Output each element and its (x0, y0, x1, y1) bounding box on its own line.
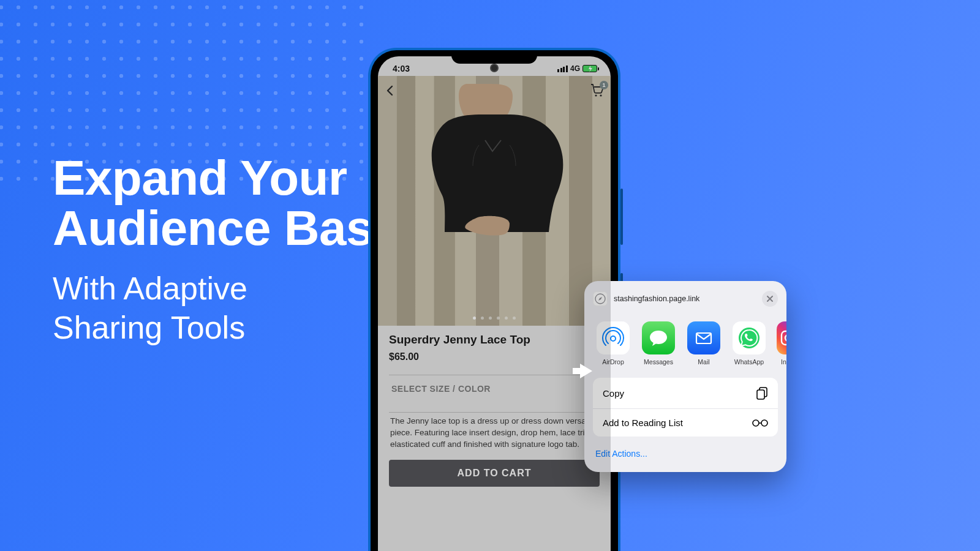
mail-icon (687, 321, 720, 354)
add-to-cart-button[interactable]: ADD TO CART (389, 460, 600, 487)
hero-title-line2: Audience Base (53, 201, 400, 255)
close-button[interactable] (762, 291, 778, 307)
network-label: 4G (570, 64, 580, 73)
hero-sub-line2: Sharing Tools (53, 310, 245, 345)
app-label: Messages (644, 358, 673, 365)
svg-point-10 (785, 335, 786, 341)
signal-icon (557, 66, 568, 72)
svg-point-14 (761, 420, 767, 426)
action-label: Add to Reading List (603, 418, 683, 428)
share-app-airdrop[interactable]: AirDrop (595, 321, 631, 365)
safari-icon (593, 291, 608, 306)
model-photo (405, 84, 583, 326)
app-label: Ins (781, 358, 786, 365)
app-label: Mail (698, 358, 709, 365)
image-pager[interactable] (473, 317, 516, 320)
share-app-whatsapp[interactable]: WhatsApp (731, 321, 767, 365)
share-url: stashingfashion.page.link (614, 294, 699, 303)
select-size-row[interactable]: SELECT SIZE / COLOR (389, 375, 600, 402)
copy-action[interactable]: Copy (593, 378, 778, 408)
action-label: Copy (603, 388, 624, 399)
phone-notch (451, 50, 537, 64)
product-image[interactable]: 1 (378, 76, 611, 326)
svg-point-13 (753, 420, 759, 426)
hero-sub-line1: With Adaptive (53, 271, 247, 306)
product-title: Superdry Jenny Lace Top (389, 333, 600, 347)
product-description: The Jenny lace top is a dress up or dres… (389, 413, 600, 457)
app-label: AirDrop (602, 358, 624, 365)
cart-button[interactable]: 1 (590, 83, 605, 99)
hero-title: Expand Your Audience Base (53, 153, 400, 254)
svg-point-1 (600, 94, 601, 96)
share-actions-list: Copy Add to Reading List (593, 378, 778, 437)
share-app-mail[interactable]: Mail (686, 321, 722, 365)
hero-copy: Expand Your Audience Base With Adaptive … (53, 153, 400, 348)
back-button[interactable] (384, 84, 396, 99)
airdrop-icon (597, 321, 630, 354)
instagram-icon (777, 321, 786, 354)
share-apps-row: AirDrop Messages Mail WhatsApp Ins (593, 321, 778, 365)
phone-camera (490, 64, 499, 72)
glasses-icon (752, 419, 768, 427)
copy-icon (756, 386, 768, 400)
messages-icon (642, 321, 675, 354)
phone-side-button (620, 189, 623, 245)
hero-subtitle: With Adaptive Sharing Tools (53, 269, 400, 348)
hero-title-line1: Expand Your (53, 151, 347, 205)
status-time: 4:03 (393, 64, 410, 73)
cart-badge: 1 (600, 81, 608, 89)
reading-list-action[interactable]: Add to Reading List (593, 408, 778, 437)
whatsapp-icon (733, 321, 766, 354)
phone-mockup: 4:03 4G 1 (368, 48, 620, 551)
share-sheet: stashingfashion.page.link AirDrop Messag… (584, 281, 786, 472)
svg-rect-12 (757, 390, 764, 399)
callout-arrow-icon (573, 364, 592, 378)
product-price: $65.00 (389, 351, 419, 362)
svg-point-0 (595, 94, 597, 96)
edit-actions-link[interactable]: Edit Actions... (593, 444, 778, 463)
app-label: WhatsApp (734, 358, 764, 365)
share-app-messages[interactable]: Messages (641, 321, 676, 365)
share-app-instagram[interactable]: Ins (777, 321, 786, 365)
svg-point-6 (611, 336, 616, 341)
battery-icon (582, 65, 597, 72)
